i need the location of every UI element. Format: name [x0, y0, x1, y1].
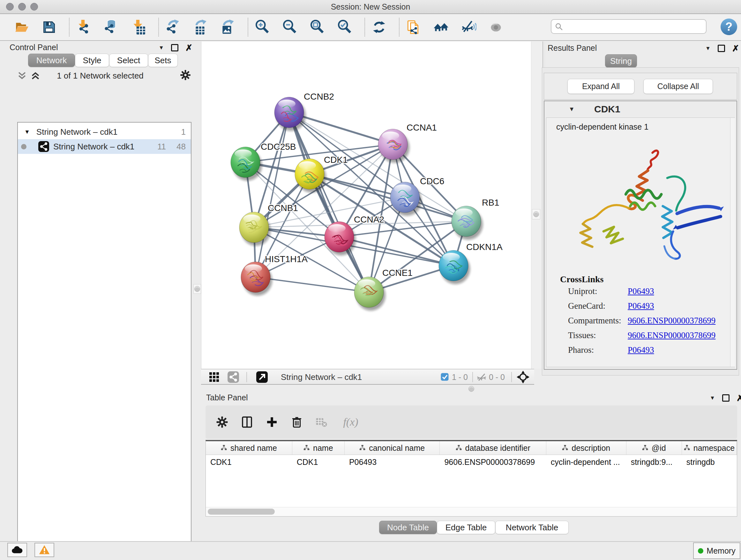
network-collection-row[interactable]: ▼ String Network – cdk1 1: [18, 125, 191, 139]
help-button[interactable]: ?: [720, 18, 738, 36]
crosslink-link[interactable]: P06493: [628, 345, 654, 355]
table-cell[interactable]: stringdb:9...: [626, 455, 682, 469]
gear-icon[interactable]: [179, 69, 192, 81]
table-cell[interactable]: CDK1: [206, 455, 292, 469]
table-row[interactable]: CDK1CDK1P064939606.ENSP00000378699cyclin…: [206, 455, 737, 469]
crosslink-link[interactable]: 9606.ENSP00000378699: [628, 316, 716, 326]
table-cell[interactable]: P06493: [345, 455, 440, 469]
column-header-shared-name[interactable]: shared name: [206, 441, 292, 455]
tab-network-table[interactable]: Network Table: [495, 521, 569, 534]
column-header-description[interactable]: description: [546, 441, 626, 455]
birdseye-view-icon[interactable]: [256, 371, 268, 383]
clone-network-button[interactable]: [405, 17, 422, 37]
tab-style[interactable]: Style: [75, 54, 109, 67]
table-cell[interactable]: CDK1: [292, 455, 345, 469]
network-node-CCNA1[interactable]: [378, 129, 409, 163]
save-button[interactable]: [41, 17, 57, 37]
selected-checkbox-icon[interactable]: [441, 373, 449, 381]
panel-menu-icon[interactable]: ▼: [710, 395, 715, 401]
home-button[interactable]: [433, 17, 449, 37]
panel-float-icon[interactable]: [722, 394, 730, 401]
network-node-HIST1H1A[interactable]: [241, 262, 272, 296]
show-hidden-button[interactable]: [488, 17, 504, 37]
export-network-button[interactable]: [165, 17, 181, 37]
panel-float-icon[interactable]: [171, 44, 179, 51]
toolbar-separator: [248, 18, 248, 37]
crosslink-link[interactable]: P06493: [628, 301, 654, 311]
expand-all-chevron-icon[interactable]: [30, 70, 41, 81]
collapse-all-button[interactable]: Collapse All: [643, 79, 713, 94]
zoom-in-button[interactable]: [254, 17, 271, 37]
plus-button[interactable]: [265, 415, 279, 429]
network-edge-HIST1H1A-CCNE1[interactable]: [256, 277, 369, 292]
export-table-button[interactable]: [192, 17, 209, 37]
panel-close-icon[interactable]: ✗: [732, 45, 739, 52]
network-node-CDK1[interactable]: [295, 159, 326, 192]
tab-node-table[interactable]: Node Table: [379, 521, 437, 534]
network-row[interactable]: String Network – cdk1 11 48: [18, 139, 191, 154]
column-header--id[interactable]: @id: [626, 441, 682, 455]
columns-button[interactable]: [240, 415, 254, 429]
memory-button[interactable]: Memory: [693, 543, 740, 559]
table-cell[interactable]: cyclin-dependent ...: [546, 455, 626, 469]
warning-button[interactable]: [35, 543, 54, 557]
network-node-CDKN1A[interactable]: [439, 250, 470, 284]
export-image-button[interactable]: [219, 17, 236, 37]
zoom-selected-button[interactable]: [336, 17, 353, 37]
import-database-button[interactable]: [103, 17, 119, 37]
column-header-name[interactable]: name: [292, 441, 345, 455]
panel-close-icon[interactable]: ✗: [737, 395, 741, 401]
panel-float-icon[interactable]: [718, 45, 725, 52]
fit-selected-crosshair-icon[interactable]: [516, 370, 530, 384]
tab-select[interactable]: Select: [109, 54, 148, 67]
network-edge-CCNB2-CCNE1[interactable]: [289, 112, 369, 292]
tab-string[interactable]: String: [605, 54, 637, 68]
refresh-button[interactable]: [371, 17, 387, 37]
tab-edge-table[interactable]: Edge Table: [437, 521, 495, 534]
zoom-fit-button[interactable]: [309, 17, 326, 37]
crosslink-link[interactable]: 9606.ENSP00000378699: [628, 330, 716, 340]
column-header-database-identifier[interactable]: database identifier: [440, 441, 546, 455]
hide-selected-button[interactable]: [460, 17, 477, 37]
network-node-CDC25B[interactable]: [231, 147, 262, 181]
crosslink-label: Compartments:: [568, 316, 621, 326]
share-view-icon[interactable]: [227, 371, 239, 383]
tab-sets[interactable]: Sets: [148, 54, 178, 67]
network-node-CCNE1[interactable]: [354, 277, 386, 311]
panel-menu-icon[interactable]: ▼: [705, 45, 711, 52]
zoom-out-button[interactable]: [281, 17, 298, 37]
trash-button[interactable]: [290, 415, 304, 429]
cloud-button[interactable]: [7, 543, 27, 557]
section-expander-triangle-icon[interactable]: ▼: [569, 106, 575, 113]
hidden-eye-icon[interactable]: [476, 372, 487, 382]
node-label-CCNE1: CCNE1: [382, 268, 413, 278]
left-splitter-handle[interactable]: [193, 284, 201, 294]
protein-details: cyclin-dependent kinase 1 CrossLinks Uni…: [546, 118, 735, 367]
panel-menu-icon[interactable]: ▼: [158, 45, 164, 51]
network-canvas[interactable]: CCNB2CCNA1CDC25BCDK1CDC6RB1CCNB1CCNA2CDK…: [201, 42, 531, 369]
import-table-button[interactable]: [130, 17, 147, 37]
protein-structure-image: [559, 138, 725, 272]
expander-triangle-icon[interactable]: ▼: [24, 129, 30, 135]
gear-button[interactable]: [215, 415, 229, 429]
network-edge-CCNB2-HIST1H1A[interactable]: [256, 112, 289, 277]
crosslink-link[interactable]: P06493: [628, 287, 654, 296]
import-network-button[interactable]: [75, 17, 92, 37]
network-node-RB1[interactable]: [452, 206, 483, 240]
search-input[interactable]: [566, 20, 701, 33]
collapse-all-chevron-icon[interactable]: [17, 70, 27, 81]
network-node-CCNB2[interactable]: [274, 97, 306, 131]
tab-network[interactable]: Network: [28, 54, 75, 67]
table-cell[interactable]: 9606.ENSP00000378699: [440, 455, 546, 469]
open-file-button[interactable]: [13, 17, 30, 37]
panel-close-icon[interactable]: ✗: [185, 45, 193, 51]
column-header-canonical-name[interactable]: canonical name: [345, 441, 440, 455]
expand-all-button[interactable]: Expand All: [567, 79, 634, 94]
table-delete-button[interactable]: [315, 415, 329, 429]
column-header-namespace[interactable]: namespace: [682, 441, 737, 455]
fx-button[interactable]: f(x): [340, 415, 362, 429]
table-hscrollbar-thumb[interactable]: [208, 509, 275, 515]
table-cell[interactable]: stringdb: [682, 455, 737, 469]
grid-view-icon[interactable]: [209, 372, 219, 382]
results-scrollbar-track[interactable]: [730, 118, 735, 367]
